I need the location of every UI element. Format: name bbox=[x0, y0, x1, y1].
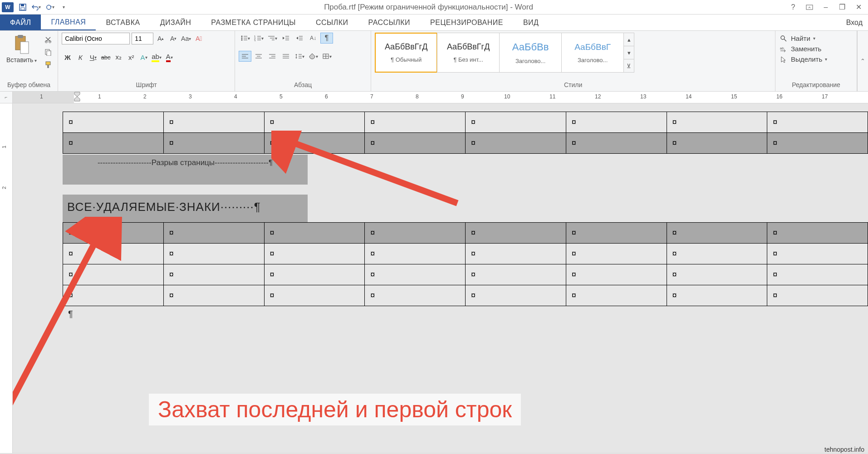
tab-references[interactable]: ССЫЛКИ bbox=[306, 15, 358, 30]
svg-rect-6 bbox=[18, 35, 23, 38]
font-color-icon[interactable]: A bbox=[163, 52, 175, 63]
align-justify-icon[interactable] bbox=[280, 51, 292, 62]
styles-expand-icon[interactable]: ⊻ bbox=[624, 59, 634, 72]
bullets-icon[interactable] bbox=[239, 33, 251, 44]
borders-icon[interactable] bbox=[320, 51, 333, 62]
tab-review[interactable]: РЕЦЕНЗИРОВАНИЕ bbox=[420, 15, 513, 30]
styles-scroll-up-icon[interactable]: ▴ bbox=[624, 33, 634, 46]
table-row[interactable]: ¤¤¤¤¤¤¤¤ bbox=[63, 133, 868, 154]
table-2[interactable]: ¤¤¤¤¤¤¤¤ ¤¤¤¤¤¤¤¤ ¤¤¤¤¤¤¤¤ ¤¤¤¤¤¤¤¤ bbox=[63, 222, 868, 306]
change-case-icon[interactable]: Aa bbox=[181, 33, 191, 44]
ribbon-tabs: ФАЙЛ ГЛАВНАЯ ВСТАВКА ДИЗАЙН РАЗМЕТКА СТР… bbox=[0, 15, 868, 31]
tab-mailings[interactable]: РАССЫЛКИ bbox=[358, 15, 421, 30]
text-effects-icon[interactable]: A bbox=[138, 52, 150, 63]
paste-button[interactable]: Вставить bbox=[4, 33, 39, 64]
grow-font-icon[interactable]: A▴ bbox=[155, 33, 166, 44]
selected-text[interactable]: ВСЕ·УДАЛЯЕМЫЕ·ЗНАКИ·········¶ bbox=[63, 195, 308, 222]
help-icon[interactable]: ? bbox=[789, 3, 797, 11]
multilevel-list-icon[interactable] bbox=[266, 33, 279, 44]
style-normal[interactable]: АаБбВвГгД ¶ Обычный bbox=[375, 33, 437, 73]
group-editing: Найти ab Заменить Выделить Редактировани… bbox=[775, 31, 857, 91]
quick-access-toolbar: ▾ bbox=[18, 3, 68, 12]
horizontal-ruler[interactable]: 1 1 2 3 4 5 6 7 8 9 10 11 12 13 14 15 16… bbox=[13, 92, 868, 103]
clear-formatting-icon[interactable]: A⃠ bbox=[193, 33, 204, 44]
align-right-icon[interactable] bbox=[266, 51, 279, 62]
redo-icon[interactable] bbox=[45, 3, 54, 12]
svg-rect-2 bbox=[21, 8, 25, 10]
sort-icon[interactable]: A↓ bbox=[307, 33, 319, 44]
svg-rect-4 bbox=[806, 5, 813, 10]
qat-customize-icon[interactable]: ▾ bbox=[59, 3, 68, 12]
table-row[interactable]: ¤¤¤¤¤¤¤¤ bbox=[63, 223, 868, 244]
tab-layout[interactable]: РАЗМЕТКА СТРАНИЦЫ bbox=[201, 15, 306, 30]
group-label-font: Шрифт bbox=[62, 79, 231, 91]
svg-rect-1 bbox=[21, 4, 24, 6]
copy-icon[interactable] bbox=[42, 47, 54, 57]
show-marks-icon[interactable]: ¶ bbox=[320, 33, 333, 44]
select-button[interactable]: Выделить bbox=[779, 55, 827, 63]
table-row[interactable]: ¤¤¤¤¤¤¤¤ bbox=[63, 244, 868, 264]
horizontal-ruler-row: ⌐ 1 1 2 3 4 5 6 7 8 9 10 11 12 13 14 15 … bbox=[0, 92, 868, 103]
ruler-corner: ⌐ bbox=[0, 92, 13, 103]
svg-text:ab: ab bbox=[780, 46, 784, 50]
cut-icon[interactable] bbox=[42, 34, 54, 44]
decrease-indent-icon[interactable] bbox=[280, 33, 292, 44]
ribbon-options-icon[interactable] bbox=[805, 3, 814, 11]
svg-rect-13 bbox=[47, 65, 49, 68]
save-icon[interactable] bbox=[18, 3, 27, 12]
collapse-ribbon-icon[interactable]: ⌃ bbox=[857, 31, 868, 91]
paragraph-mark[interactable]: ¶ bbox=[63, 306, 868, 322]
tab-file[interactable]: ФАЙЛ bbox=[0, 15, 41, 30]
style-heading1[interactable]: АаБбВв Заголово... bbox=[499, 33, 562, 73]
table-1[interactable]: ¤¤¤¤¤¤¤¤ ¤¤¤¤¤¤¤¤ bbox=[63, 112, 868, 154]
strikethrough-button[interactable]: abc bbox=[100, 52, 112, 63]
font-name-combobox[interactable]: Calibri (Осно bbox=[62, 33, 130, 44]
subscript-button[interactable]: x₂ bbox=[113, 52, 124, 63]
word-app-icon: W bbox=[2, 2, 14, 12]
line-spacing-icon[interactable] bbox=[293, 51, 306, 62]
group-label-clipboard: Буфер обмена bbox=[4, 79, 54, 91]
close-icon[interactable]: ✕ bbox=[854, 3, 863, 11]
paste-icon bbox=[13, 34, 30, 55]
numbering-icon[interactable]: 123 bbox=[252, 33, 265, 44]
annotation-label: Захват последней и первой строк bbox=[149, 394, 521, 425]
tab-home[interactable]: ГЛАВНАЯ bbox=[41, 15, 96, 30]
style-no-spacing[interactable]: АаБбВвГгД ¶ Без инт... bbox=[437, 33, 500, 73]
font-size-combobox[interactable]: 11 bbox=[132, 33, 153, 44]
replace-button[interactable]: ab Заменить bbox=[779, 45, 827, 53]
increase-indent-icon[interactable] bbox=[293, 33, 306, 44]
sign-in-link[interactable]: Вход bbox=[841, 15, 868, 30]
tab-view[interactable]: ВИД bbox=[513, 15, 549, 30]
align-left-icon[interactable] bbox=[239, 51, 251, 62]
highlight-icon[interactable]: ab bbox=[151, 52, 162, 63]
vertical-ruler[interactable]: 1 2 bbox=[0, 103, 13, 453]
group-paragraph: 123 A↓ ¶ Абзац bbox=[235, 31, 371, 91]
undo-icon[interactable] bbox=[32, 3, 41, 12]
table-row[interactable]: ¤¤¤¤¤¤¤¤ bbox=[63, 264, 868, 285]
table-row[interactable]: ¤¤¤¤¤¤¤¤ bbox=[63, 285, 868, 306]
maximize-icon[interactable]: ❐ bbox=[838, 3, 846, 11]
titlebar: W ▾ Проба.rtf [Режим ограниченной функци… bbox=[0, 0, 868, 15]
underline-button[interactable]: Ч bbox=[87, 52, 99, 63]
minimize-icon[interactable]: – bbox=[822, 3, 830, 11]
superscript-button[interactable]: x² bbox=[125, 52, 137, 63]
format-painter-icon[interactable] bbox=[42, 60, 54, 70]
tab-design[interactable]: ДИЗАЙН bbox=[150, 15, 201, 30]
tab-insert[interactable]: ВСТАВКА bbox=[96, 15, 150, 30]
find-icon bbox=[779, 35, 788, 42]
page-break-marker[interactable]: ---------------------Разрыв страницы----… bbox=[63, 155, 308, 171]
document-page[interactable]: ¤¤¤¤¤¤¤¤ ¤¤¤¤¤¤¤¤ ---------------------Р… bbox=[13, 103, 868, 453]
italic-button[interactable]: К bbox=[74, 52, 86, 63]
shrink-font-icon[interactable]: A▾ bbox=[168, 33, 179, 44]
styles-scroll-down-icon[interactable]: ▾ bbox=[624, 46, 634, 59]
bold-button[interactable]: Ж bbox=[62, 52, 74, 63]
indent-marker-icon[interactable] bbox=[74, 92, 80, 102]
shading-icon[interactable] bbox=[307, 51, 319, 62]
svg-point-18 bbox=[241, 39, 242, 41]
find-button[interactable]: Найти bbox=[779, 34, 827, 42]
replace-icon: ab bbox=[779, 46, 788, 52]
style-heading2[interactable]: АаБбВвГ Заголово... bbox=[561, 33, 624, 73]
svg-point-3 bbox=[47, 5, 51, 9]
align-center-icon[interactable] bbox=[252, 51, 265, 62]
table-row[interactable]: ¤¤¤¤¤¤¤¤ bbox=[63, 112, 868, 133]
